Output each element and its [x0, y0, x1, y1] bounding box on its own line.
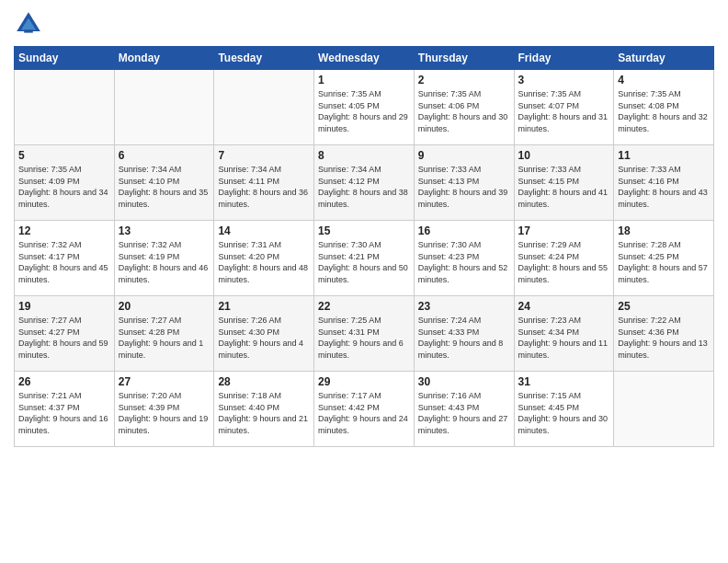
day-number: 31: [518, 375, 610, 388]
day-info: Sunrise: 7:22 AM Sunset: 4:36 PM Dayligh…: [618, 315, 710, 361]
day-info: Sunrise: 7:33 AM Sunset: 4:16 PM Dayligh…: [618, 164, 710, 210]
day-number: 10: [518, 149, 610, 162]
calendar-cell: 10Sunrise: 7:33 AM Sunset: 4:15 PM Dayli…: [514, 145, 614, 221]
calendar-cell: 27Sunrise: 7:20 AM Sunset: 4:39 PM Dayli…: [114, 372, 214, 447]
day-info: Sunrise: 7:27 AM Sunset: 4:27 PM Dayligh…: [18, 315, 110, 361]
day-info: Sunrise: 7:35 AM Sunset: 4:09 PM Dayligh…: [18, 164, 110, 210]
day-info: Sunrise: 7:34 AM Sunset: 4:10 PM Dayligh…: [119, 164, 210, 210]
calendar: SundayMondayTuesdayWednesdayThursdayFrid…: [14, 46, 714, 447]
day-info: Sunrise: 7:29 AM Sunset: 4:24 PM Dayligh…: [518, 239, 610, 285]
calendar-cell: 5Sunrise: 7:35 AM Sunset: 4:09 PM Daylig…: [15, 145, 115, 221]
day-number: 8: [318, 149, 410, 162]
calendar-cell: 30Sunrise: 7:16 AM Sunset: 4:43 PM Dayli…: [414, 372, 514, 447]
calendar-cell: 18Sunrise: 7:28 AM Sunset: 4:25 PM Dayli…: [614, 221, 714, 296]
calendar-cell: 24Sunrise: 7:23 AM Sunset: 4:34 PM Dayli…: [514, 296, 614, 372]
logo: [14, 9, 47, 39]
day-number: 29: [318, 375, 410, 388]
day-info: Sunrise: 7:34 AM Sunset: 4:11 PM Dayligh…: [218, 164, 310, 210]
weekday-header-monday: Monday: [114, 47, 214, 70]
day-number: 17: [518, 224, 610, 237]
day-number: 1: [318, 74, 410, 86]
calendar-cell: 12Sunrise: 7:32 AM Sunset: 4:17 PM Dayli…: [15, 221, 115, 296]
day-info: Sunrise: 7:33 AM Sunset: 4:13 PM Dayligh…: [418, 164, 510, 210]
calendar-cell: 21Sunrise: 7:26 AM Sunset: 4:30 PM Dayli…: [214, 296, 314, 372]
calendar-cell: 25Sunrise: 7:22 AM Sunset: 4:36 PM Dayli…: [614, 296, 714, 372]
day-info: Sunrise: 7:32 AM Sunset: 4:19 PM Dayligh…: [119, 239, 210, 285]
calendar-cell: 15Sunrise: 7:30 AM Sunset: 4:21 PM Dayli…: [314, 221, 415, 296]
calendar-cell: 19Sunrise: 7:27 AM Sunset: 4:27 PM Dayli…: [15, 296, 115, 372]
calendar-body: 1Sunrise: 7:35 AM Sunset: 4:05 PM Daylig…: [15, 70, 714, 447]
calendar-cell: 1Sunrise: 7:35 AM Sunset: 4:05 PM Daylig…: [314, 70, 415, 145]
calendar-cell: 26Sunrise: 7:21 AM Sunset: 4:37 PM Dayli…: [15, 372, 115, 447]
day-info: Sunrise: 7:26 AM Sunset: 4:30 PM Dayligh…: [218, 315, 310, 361]
calendar-cell: 22Sunrise: 7:25 AM Sunset: 4:31 PM Dayli…: [314, 296, 415, 372]
day-number: 19: [18, 300, 110, 313]
day-info: Sunrise: 7:30 AM Sunset: 4:23 PM Dayligh…: [418, 239, 510, 285]
calendar-cell: 23Sunrise: 7:24 AM Sunset: 4:33 PM Dayli…: [414, 296, 514, 372]
calendar-cell: 2Sunrise: 7:35 AM Sunset: 4:06 PM Daylig…: [414, 70, 514, 145]
day-info: Sunrise: 7:33 AM Sunset: 4:15 PM Dayligh…: [518, 164, 610, 210]
day-info: Sunrise: 7:15 AM Sunset: 4:45 PM Dayligh…: [518, 390, 610, 436]
calendar-cell: [15, 70, 115, 145]
day-info: Sunrise: 7:18 AM Sunset: 4:40 PM Dayligh…: [218, 390, 310, 436]
day-info: Sunrise: 7:27 AM Sunset: 4:28 PM Dayligh…: [119, 315, 210, 361]
weekday-header-saturday: Saturday: [614, 47, 714, 70]
day-info: Sunrise: 7:34 AM Sunset: 4:12 PM Dayligh…: [318, 164, 410, 210]
weekday-header-wednesday: Wednesday: [314, 47, 415, 70]
day-number: 15: [318, 224, 410, 237]
day-info: Sunrise: 7:32 AM Sunset: 4:17 PM Dayligh…: [18, 239, 110, 285]
calendar-cell: 6Sunrise: 7:34 AM Sunset: 4:10 PM Daylig…: [114, 145, 214, 221]
day-info: Sunrise: 7:25 AM Sunset: 4:31 PM Dayligh…: [318, 315, 410, 361]
day-number: 25: [618, 300, 710, 313]
calendar-cell: 4Sunrise: 7:35 AM Sunset: 4:08 PM Daylig…: [614, 70, 714, 145]
week-row-5: 26Sunrise: 7:21 AM Sunset: 4:37 PM Dayli…: [15, 372, 714, 447]
day-number: 27: [119, 375, 210, 388]
header: [14, 9, 714, 39]
day-number: 23: [418, 300, 510, 313]
calendar-cell: 13Sunrise: 7:32 AM Sunset: 4:19 PM Dayli…: [114, 221, 214, 296]
day-info: Sunrise: 7:21 AM Sunset: 4:37 PM Dayligh…: [18, 390, 110, 436]
day-number: 21: [218, 300, 310, 313]
calendar-cell: 28Sunrise: 7:18 AM Sunset: 4:40 PM Dayli…: [214, 372, 314, 447]
day-info: Sunrise: 7:35 AM Sunset: 4:06 PM Dayligh…: [418, 88, 510, 134]
week-row-3: 12Sunrise: 7:32 AM Sunset: 4:17 PM Dayli…: [15, 221, 714, 296]
day-number: 6: [119, 149, 210, 162]
day-info: Sunrise: 7:24 AM Sunset: 4:33 PM Dayligh…: [418, 315, 510, 361]
day-info: Sunrise: 7:35 AM Sunset: 4:07 PM Dayligh…: [518, 88, 610, 134]
calendar-cell: 31Sunrise: 7:15 AM Sunset: 4:45 PM Dayli…: [514, 372, 614, 447]
calendar-cell: 20Sunrise: 7:27 AM Sunset: 4:28 PM Dayli…: [114, 296, 214, 372]
weekday-header-friday: Friday: [514, 47, 614, 70]
calendar-cell: 7Sunrise: 7:34 AM Sunset: 4:11 PM Daylig…: [214, 145, 314, 221]
calendar-cell: [214, 70, 314, 145]
day-number: 14: [218, 224, 310, 237]
calendar-cell: [114, 70, 214, 145]
day-info: Sunrise: 7:30 AM Sunset: 4:21 PM Dayligh…: [318, 239, 410, 285]
page: SundayMondayTuesdayWednesdayThursdayFrid…: [0, 0, 728, 563]
calendar-cell: 9Sunrise: 7:33 AM Sunset: 4:13 PM Daylig…: [414, 145, 514, 221]
weekday-header-thursday: Thursday: [414, 47, 514, 70]
calendar-cell: 3Sunrise: 7:35 AM Sunset: 4:07 PM Daylig…: [514, 70, 614, 145]
day-number: 16: [418, 224, 510, 237]
calendar-cell: 29Sunrise: 7:17 AM Sunset: 4:42 PM Dayli…: [314, 372, 415, 447]
day-info: Sunrise: 7:35 AM Sunset: 4:05 PM Dayligh…: [318, 88, 410, 134]
day-number: 3: [518, 74, 610, 86]
day-number: 2: [418, 74, 510, 86]
day-number: 5: [18, 149, 110, 162]
day-info: Sunrise: 7:23 AM Sunset: 4:34 PM Dayligh…: [518, 315, 610, 361]
weekday-header-tuesday: Tuesday: [214, 47, 314, 70]
calendar-cell: 14Sunrise: 7:31 AM Sunset: 4:20 PM Dayli…: [214, 221, 314, 296]
day-info: Sunrise: 7:28 AM Sunset: 4:25 PM Dayligh…: [618, 239, 710, 285]
day-number: 9: [418, 149, 510, 162]
week-row-1: 1Sunrise: 7:35 AM Sunset: 4:05 PM Daylig…: [15, 70, 714, 145]
calendar-cell: 11Sunrise: 7:33 AM Sunset: 4:16 PM Dayli…: [614, 145, 714, 221]
day-number: 12: [18, 224, 110, 237]
day-number: 7: [218, 149, 310, 162]
day-info: Sunrise: 7:16 AM Sunset: 4:43 PM Dayligh…: [418, 390, 510, 436]
day-number: 26: [18, 375, 110, 388]
day-number: 20: [119, 300, 210, 313]
day-info: Sunrise: 7:20 AM Sunset: 4:39 PM Dayligh…: [119, 390, 210, 436]
day-number: 30: [418, 375, 510, 388]
weekday-header-sunday: Sunday: [15, 47, 115, 70]
day-info: Sunrise: 7:35 AM Sunset: 4:08 PM Dayligh…: [618, 88, 710, 134]
weekday-header-row: SundayMondayTuesdayWednesdayThursdayFrid…: [15, 47, 714, 70]
